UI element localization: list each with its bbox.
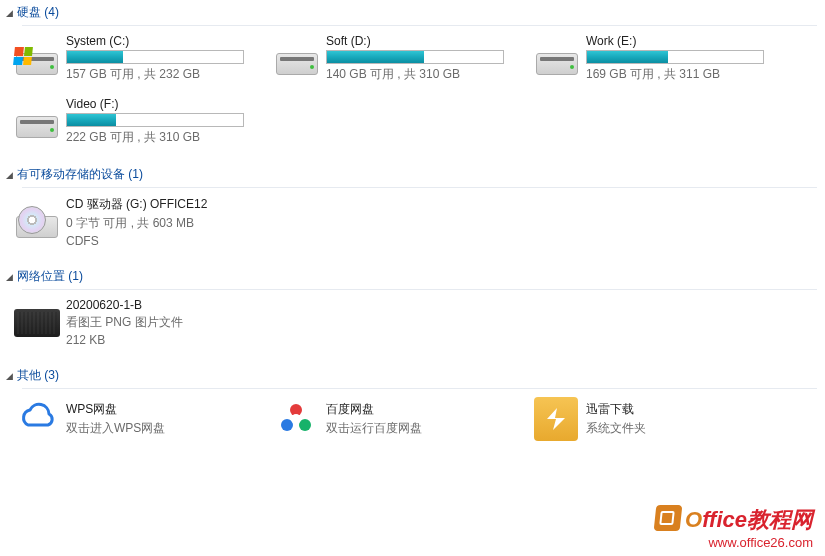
drive-work-e[interactable]: Work (E:) 169 GB 可用 , 共 311 GB: [534, 34, 794, 83]
drive-video-f[interactable]: Video (F:) 222 GB 可用 , 共 310 GB: [14, 97, 274, 146]
removable-grid: CD 驱动器 (G:) OFFICE12 0 字节 可用 , 共 603 MB …: [0, 188, 825, 264]
chevron-down-icon: ◢: [6, 371, 13, 381]
capacity-text: 0 字节 可用 , 共 603 MB: [66, 215, 274, 232]
section-header-other[interactable]: ◢ 其他 (3): [0, 363, 825, 388]
drive-label: Video (F:): [66, 97, 274, 111]
svg-point-3: [291, 414, 301, 424]
image-thumbnail-icon: [14, 309, 60, 337]
item-name: 百度网盘: [326, 401, 422, 418]
section-header-network[interactable]: ◢ 网络位置 (1): [0, 264, 825, 289]
item-name: 20200620-1-B: [66, 298, 183, 312]
section-title: 其他 (3): [17, 367, 59, 384]
capacity-text: 157 GB 可用 , 共 232 GB: [66, 66, 274, 83]
drive-cd-g[interactable]: CD 驱动器 (G:) OFFICE12 0 字节 可用 , 共 603 MB …: [14, 196, 274, 248]
drive-label: System (C:): [66, 34, 274, 48]
item-size: 212 KB: [66, 333, 183, 347]
section-header-removable[interactable]: ◢ 有可移动存储的设备 (1): [0, 162, 825, 187]
hdd-icon: [274, 39, 320, 79]
capacity-bar: [586, 50, 764, 64]
other-item-baidu[interactable]: 百度网盘 双击运行百度网盘: [274, 397, 534, 441]
network-item[interactable]: 20200620-1-B 看图王 PNG 图片文件 212 KB: [14, 298, 274, 347]
other-grid: WPS网盘 双击进入WPS网盘 百度网盘 双击运行百度网盘 迅雷下载 系统文件夹: [0, 389, 825, 457]
section-header-drives[interactable]: ◢ 硬盘 (4): [0, 0, 825, 25]
watermark-logo-icon: [654, 505, 683, 531]
section-title: 硬盘 (4): [17, 4, 59, 21]
watermark-url: www.office26.com: [655, 535, 813, 550]
other-item-wps[interactable]: WPS网盘 双击进入WPS网盘: [14, 397, 274, 441]
hdd-icon: [14, 39, 60, 79]
item-desc: 双击运行百度网盘: [326, 420, 422, 437]
item-name: 迅雷下载: [586, 401, 646, 418]
filesystem-text: CDFS: [66, 234, 274, 248]
chevron-down-icon: ◢: [6, 170, 13, 180]
drives-grid: System (C:) 157 GB 可用 , 共 232 GB Soft (D…: [0, 26, 825, 162]
chevron-down-icon: ◢: [6, 272, 13, 282]
watermark: Office教程网 www.office26.com: [655, 505, 813, 550]
item-desc: 看图王 PNG 图片文件: [66, 314, 183, 331]
item-desc: 系统文件夹: [586, 420, 646, 437]
svg-point-1: [281, 419, 293, 431]
item-name: WPS网盘: [66, 401, 165, 418]
cd-drive-icon: [14, 202, 60, 242]
chevron-down-icon: ◢: [6, 8, 13, 18]
capacity-text: 222 GB 可用 , 共 310 GB: [66, 129, 274, 146]
capacity-bar: [66, 50, 244, 64]
other-item-xunlei[interactable]: 迅雷下载 系统文件夹: [534, 397, 794, 441]
xunlei-folder-icon: [534, 397, 578, 441]
watermark-brand: Office教程网: [655, 505, 813, 535]
capacity-bar: [66, 113, 244, 127]
drive-label: CD 驱动器 (G:) OFFICE12: [66, 196, 274, 213]
network-grid: 20200620-1-B 看图王 PNG 图片文件 212 KB: [0, 290, 825, 363]
hdd-icon: [14, 102, 60, 142]
item-desc: 双击进入WPS网盘: [66, 420, 165, 437]
baidu-netdisk-icon: [274, 397, 318, 441]
windows-icon: [13, 47, 33, 65]
wps-cloud-icon: [14, 397, 58, 441]
drive-label: Soft (D:): [326, 34, 534, 48]
drive-soft-d[interactable]: Soft (D:) 140 GB 可用 , 共 310 GB: [274, 34, 534, 83]
section-title: 有可移动存储的设备 (1): [17, 166, 143, 183]
section-title: 网络位置 (1): [17, 268, 83, 285]
capacity-bar: [326, 50, 504, 64]
capacity-text: 140 GB 可用 , 共 310 GB: [326, 66, 534, 83]
hdd-icon: [534, 39, 580, 79]
drive-label: Work (E:): [586, 34, 794, 48]
capacity-text: 169 GB 可用 , 共 311 GB: [586, 66, 794, 83]
drive-system-c[interactable]: System (C:) 157 GB 可用 , 共 232 GB: [14, 34, 274, 83]
svg-point-2: [299, 419, 311, 431]
